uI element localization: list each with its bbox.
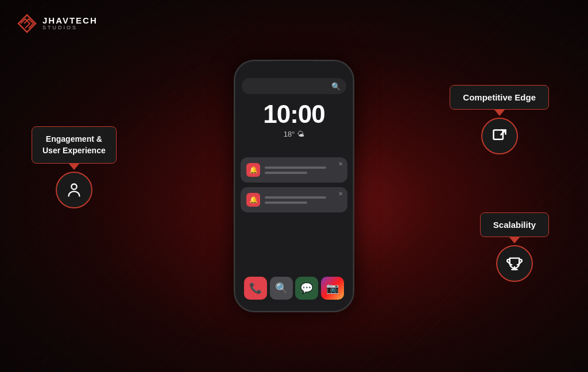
engagement-circle <box>56 172 92 208</box>
engagement-label: Engagement &User Experience <box>42 134 106 155</box>
logo: JHAVTECH STUDIOS <box>16 13 98 34</box>
scalability-circle <box>496 245 533 282</box>
phone-body: 🔍 10:00 18° 🌤 🔔 ✕ <box>234 60 354 312</box>
logo-name: JHAVTECH <box>42 16 98 26</box>
page-content: JHAVTECH STUDIOS 🔍 10:00 18° 🌤 <box>0 0 588 372</box>
logo-icon <box>16 13 38 34</box>
close-icon-2: ✕ <box>338 191 343 197</box>
competitive-bubble: Competitive Edge <box>450 85 549 110</box>
feature-scalability: Scalability <box>480 212 549 282</box>
notification-card-1: 🔔 ✕ <box>241 157 347 183</box>
competitive-label: Competitive Edge <box>463 92 536 102</box>
notif-line <box>265 202 307 204</box>
notif-line <box>265 172 307 174</box>
bell-icon-1: 🔔 <box>246 163 260 177</box>
logo-subtitle: STUDIOS <box>42 25 98 31</box>
weather-icon: 🌤 <box>297 130 304 138</box>
notif-line <box>265 166 326 169</box>
dock-search-app[interactable]: 🔍 <box>270 277 293 300</box>
notif-line <box>265 196 326 199</box>
phone-notch <box>274 61 314 73</box>
phone-weather: 18° 🌤 <box>235 130 353 138</box>
notif-content-1 <box>265 166 342 174</box>
scalability-bubble: Scalability <box>480 212 549 237</box>
phone-search-bar: 🔍 <box>242 78 346 94</box>
scalability-label: Scalability <box>493 220 536 230</box>
feature-engagement: Engagement &User Experience <box>32 126 117 208</box>
bell-icon-2: 🔔 <box>246 193 260 207</box>
close-icon-1: ✕ <box>338 161 343 167</box>
notification-card-2: 🔔 ✕ <box>241 187 347 212</box>
dock-whatsapp-app[interactable]: 💬 <box>295 277 318 300</box>
dock-phone-app[interactable]: 📞 <box>244 277 267 300</box>
engagement-bubble: Engagement &User Experience <box>32 126 117 164</box>
svg-point-1 <box>71 184 76 189</box>
person-icon <box>66 182 82 198</box>
phone-clock: 10:00 <box>235 100 353 129</box>
trophy-icon <box>506 255 523 272</box>
search-icon: 🔍 <box>331 82 341 91</box>
phone-mockup: 🔍 10:00 18° 🌤 🔔 ✕ <box>234 60 354 312</box>
logo-text: JHAVTECH STUDIOS <box>42 16 98 31</box>
competitive-circle <box>481 118 518 154</box>
phone-notifications: 🔔 ✕ 🔔 ✕ <box>241 157 347 212</box>
temperature-value: 18° <box>284 130 295 138</box>
feature-competitive: Competitive Edge <box>450 85 549 154</box>
dock-instagram-app[interactable]: 📷 <box>321 277 344 300</box>
phone-time-display: 10:00 18° 🌤 <box>235 100 353 138</box>
app-dock: 📞 🔍 💬 📷 <box>243 273 345 303</box>
notif-content-2 <box>265 196 342 204</box>
export-icon <box>492 128 508 144</box>
